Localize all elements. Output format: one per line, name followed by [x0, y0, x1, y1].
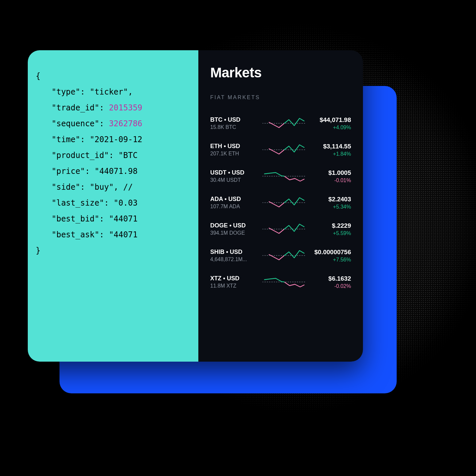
- code-pane: {"type": "ticker","trade_id": 2015359"se…: [28, 50, 198, 362]
- market-volume-label: 4,648,872.1M...: [210, 257, 260, 262]
- market-change: +5.34%: [308, 204, 351, 210]
- code-line: "product_id": "BTC: [36, 147, 198, 163]
- market-row[interactable]: DOGE • USD394.1M DOGE $.2229+5.59%: [210, 216, 351, 243]
- sparkline-icon: [262, 195, 305, 210]
- market-change: +4.09%: [308, 125, 351, 131]
- market-price: $.2229: [308, 222, 351, 229]
- market-pair-label: DOGE • USD: [210, 222, 260, 229]
- market-pair-block: XTZ • USD11.8M XTZ: [210, 275, 260, 289]
- code-line: "side": "buy", //: [36, 179, 198, 195]
- market-price: $0.00000756: [308, 249, 351, 256]
- market-price-block: $6.1632-0.02%: [308, 275, 351, 289]
- sparkline-icon: [262, 169, 305, 184]
- market-pair-block: BTC • USD15.8K BTC: [210, 116, 260, 130]
- code-line: "last_size": "0.03: [36, 195, 198, 211]
- foreground-card: {"type": "ticker","trade_id": 2015359"se…: [28, 50, 363, 362]
- market-volume-label: 107.7M ADA: [210, 204, 260, 210]
- market-price: $44,071.98: [308, 116, 351, 124]
- markets-list: BTC • USD15.8K BTC $44,071.98+4.09%ETH •…: [210, 110, 351, 296]
- market-pair-label: USDT • USD: [210, 169, 260, 176]
- market-row[interactable]: BTC • USD15.8K BTC $44,071.98+4.09%: [210, 110, 351, 137]
- market-change: -0.02%: [308, 283, 351, 289]
- sparkline-icon: [262, 221, 305, 237]
- market-pair-label: XTZ • USD: [210, 275, 260, 282]
- code-line: "type": "ticker",: [36, 84, 198, 100]
- market-pair-block: USDT • USD30.4M USDT: [210, 169, 260, 183]
- market-row[interactable]: XTZ • USD11.8M XTZ $6.1632-0.02%: [210, 269, 351, 296]
- sparkline-icon: [262, 142, 305, 157]
- market-volume-label: 207.1K ETH: [210, 151, 260, 157]
- market-price-block: $3,114.55+1.84%: [308, 143, 351, 157]
- sparkline-icon: [262, 116, 305, 131]
- code-line: "price": "44071.98: [36, 163, 198, 179]
- markets-section-label: FIAT MARKETS: [210, 95, 351, 100]
- market-pair-label: BTC • USD: [210, 116, 260, 123]
- market-price: $1.0005: [308, 169, 351, 177]
- market-pair-block: DOGE • USD394.1M DOGE: [210, 222, 260, 236]
- sparkline-icon: [262, 248, 305, 263]
- market-pair-label: SHIB • USD: [210, 249, 260, 256]
- market-pair-block: ADA • USD107.7M ADA: [210, 196, 260, 210]
- market-pair-block: SHIB • USD4,648,872.1M...: [210, 249, 260, 262]
- market-change: +5.59%: [308, 230, 351, 236]
- market-row[interactable]: ADA • USD107.7M ADA $2.2403+5.34%: [210, 190, 351, 216]
- market-volume-label: 30.4M USDT: [210, 177, 260, 183]
- market-row[interactable]: USDT • USD30.4M USDT $1.0005-0.01%: [210, 163, 351, 190]
- markets-panel: Markets FIAT MARKETS BTC • USD15.8K BTC …: [198, 50, 363, 362]
- market-volume-label: 11.8M XTZ: [210, 283, 260, 289]
- code-line: "sequence": 3262786: [36, 116, 198, 132]
- market-change: +1.84%: [308, 151, 351, 157]
- code-line: "time": "2021-09-12: [36, 132, 198, 147]
- market-price-block: $2.2403+5.34%: [308, 196, 351, 210]
- code-line: {: [36, 68, 198, 84]
- sparkline-icon: [262, 274, 305, 290]
- code-line: "best_bid": "44071: [36, 211, 198, 227]
- market-row[interactable]: SHIB • USD4,648,872.1M... $0.00000756+7.…: [210, 243, 351, 269]
- market-price: $3,114.55: [308, 143, 351, 150]
- market-volume-label: 394.1M DOGE: [210, 230, 260, 236]
- market-price-block: $44,071.98+4.09%: [308, 116, 351, 131]
- market-price: $2.2403: [308, 196, 351, 203]
- market-price-block: $0.00000756+7.56%: [308, 249, 351, 263]
- market-pair-label: ADA • USD: [210, 196, 260, 203]
- market-pair-block: ETH • USD207.1K ETH: [210, 143, 260, 157]
- market-price: $6.1632: [308, 275, 351, 282]
- code-line: }: [36, 243, 198, 258]
- market-pair-label: ETH • USD: [210, 143, 260, 150]
- market-change: -0.01%: [308, 178, 351, 183]
- market-price-block: $.2229+5.59%: [308, 222, 351, 236]
- code-line: "trade_id": 2015359: [36, 100, 198, 116]
- market-change: +7.56%: [308, 257, 351, 263]
- code-line: "best_ask": "44071: [36, 227, 198, 243]
- market-price-block: $1.0005-0.01%: [308, 169, 351, 183]
- market-volume-label: 15.8K BTC: [210, 124, 260, 130]
- market-row[interactable]: ETH • USD207.1K ETH $3,114.55+1.84%: [210, 137, 351, 163]
- markets-title: Markets: [210, 65, 351, 81]
